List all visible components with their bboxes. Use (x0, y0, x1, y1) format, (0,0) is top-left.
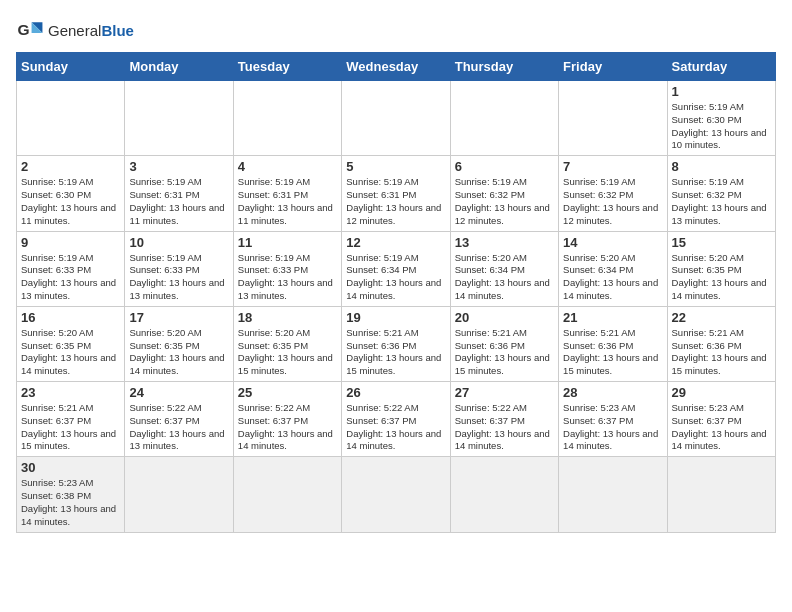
day-header-friday: Friday (559, 53, 667, 81)
day-number: 5 (346, 159, 445, 174)
day-info: Sunrise: 5:22 AM Sunset: 6:37 PM Dayligh… (129, 402, 228, 453)
day-number: 23 (21, 385, 120, 400)
day-number: 30 (21, 460, 120, 475)
day-number: 1 (672, 84, 771, 99)
day-number: 10 (129, 235, 228, 250)
calendar-cell (667, 457, 775, 532)
calendar-cell: 4Sunrise: 5:19 AM Sunset: 6:31 PM Daylig… (233, 156, 341, 231)
calendar-cell: 16Sunrise: 5:20 AM Sunset: 6:35 PM Dayli… (17, 306, 125, 381)
week-row-6: 30Sunrise: 5:23 AM Sunset: 6:38 PM Dayli… (17, 457, 776, 532)
day-header-thursday: Thursday (450, 53, 558, 81)
day-info: Sunrise: 5:22 AM Sunset: 6:37 PM Dayligh… (346, 402, 445, 453)
day-number: 17 (129, 310, 228, 325)
logo: G GeneralBlue (16, 16, 134, 44)
calendar-cell (342, 81, 450, 156)
day-info: Sunrise: 5:20 AM Sunset: 6:34 PM Dayligh… (563, 252, 662, 303)
day-info: Sunrise: 5:19 AM Sunset: 6:32 PM Dayligh… (563, 176, 662, 227)
day-number: 24 (129, 385, 228, 400)
calendar-cell: 8Sunrise: 5:19 AM Sunset: 6:32 PM Daylig… (667, 156, 775, 231)
day-info: Sunrise: 5:19 AM Sunset: 6:34 PM Dayligh… (346, 252, 445, 303)
calendar-cell: 10Sunrise: 5:19 AM Sunset: 6:33 PM Dayli… (125, 231, 233, 306)
day-number: 2 (21, 159, 120, 174)
calendar-cell: 28Sunrise: 5:23 AM Sunset: 6:37 PM Dayli… (559, 382, 667, 457)
day-number: 7 (563, 159, 662, 174)
day-headers-row: SundayMondayTuesdayWednesdayThursdayFrid… (17, 53, 776, 81)
calendar-cell (450, 457, 558, 532)
calendar-cell: 23Sunrise: 5:21 AM Sunset: 6:37 PM Dayli… (17, 382, 125, 457)
calendar-cell: 6Sunrise: 5:19 AM Sunset: 6:32 PM Daylig… (450, 156, 558, 231)
day-number: 27 (455, 385, 554, 400)
day-header-wednesday: Wednesday (342, 53, 450, 81)
calendar-cell: 27Sunrise: 5:22 AM Sunset: 6:37 PM Dayli… (450, 382, 558, 457)
day-info: Sunrise: 5:22 AM Sunset: 6:37 PM Dayligh… (238, 402, 337, 453)
calendar-cell: 21Sunrise: 5:21 AM Sunset: 6:36 PM Dayli… (559, 306, 667, 381)
day-info: Sunrise: 5:20 AM Sunset: 6:34 PM Dayligh… (455, 252, 554, 303)
day-info: Sunrise: 5:19 AM Sunset: 6:30 PM Dayligh… (21, 176, 120, 227)
calendar-cell: 18Sunrise: 5:20 AM Sunset: 6:35 PM Dayli… (233, 306, 341, 381)
day-info: Sunrise: 5:23 AM Sunset: 6:37 PM Dayligh… (563, 402, 662, 453)
calendar-cell (233, 457, 341, 532)
day-info: Sunrise: 5:20 AM Sunset: 6:35 PM Dayligh… (672, 252, 771, 303)
calendar-cell: 22Sunrise: 5:21 AM Sunset: 6:36 PM Dayli… (667, 306, 775, 381)
day-number: 11 (238, 235, 337, 250)
calendar-cell: 3Sunrise: 5:19 AM Sunset: 6:31 PM Daylig… (125, 156, 233, 231)
calendar-table: SundayMondayTuesdayWednesdayThursdayFrid… (16, 52, 776, 533)
day-header-sunday: Sunday (17, 53, 125, 81)
day-info: Sunrise: 5:19 AM Sunset: 6:31 PM Dayligh… (346, 176, 445, 227)
day-info: Sunrise: 5:23 AM Sunset: 6:37 PM Dayligh… (672, 402, 771, 453)
day-number: 3 (129, 159, 228, 174)
calendar-cell: 9Sunrise: 5:19 AM Sunset: 6:33 PM Daylig… (17, 231, 125, 306)
calendar-cell: 12Sunrise: 5:19 AM Sunset: 6:34 PM Dayli… (342, 231, 450, 306)
day-number: 18 (238, 310, 337, 325)
calendar-cell: 7Sunrise: 5:19 AM Sunset: 6:32 PM Daylig… (559, 156, 667, 231)
calendar-cell: 24Sunrise: 5:22 AM Sunset: 6:37 PM Dayli… (125, 382, 233, 457)
day-header-saturday: Saturday (667, 53, 775, 81)
day-info: Sunrise: 5:21 AM Sunset: 6:36 PM Dayligh… (563, 327, 662, 378)
calendar-cell (559, 81, 667, 156)
day-info: Sunrise: 5:21 AM Sunset: 6:36 PM Dayligh… (346, 327, 445, 378)
day-info: Sunrise: 5:19 AM Sunset: 6:32 PM Dayligh… (672, 176, 771, 227)
calendar-cell (17, 81, 125, 156)
day-number: 6 (455, 159, 554, 174)
week-row-1: 1Sunrise: 5:19 AM Sunset: 6:30 PM Daylig… (17, 81, 776, 156)
day-info: Sunrise: 5:21 AM Sunset: 6:36 PM Dayligh… (672, 327, 771, 378)
calendar-cell: 20Sunrise: 5:21 AM Sunset: 6:36 PM Dayli… (450, 306, 558, 381)
day-number: 15 (672, 235, 771, 250)
calendar-cell: 2Sunrise: 5:19 AM Sunset: 6:30 PM Daylig… (17, 156, 125, 231)
calendar-cell (342, 457, 450, 532)
calendar-cell: 25Sunrise: 5:22 AM Sunset: 6:37 PM Dayli… (233, 382, 341, 457)
day-info: Sunrise: 5:19 AM Sunset: 6:33 PM Dayligh… (21, 252, 120, 303)
day-number: 22 (672, 310, 771, 325)
week-row-5: 23Sunrise: 5:21 AM Sunset: 6:37 PM Dayli… (17, 382, 776, 457)
calendar-cell: 17Sunrise: 5:20 AM Sunset: 6:35 PM Dayli… (125, 306, 233, 381)
calendar-cell (559, 457, 667, 532)
day-number: 26 (346, 385, 445, 400)
page-header: G GeneralBlue (16, 16, 776, 44)
calendar-cell: 5Sunrise: 5:19 AM Sunset: 6:31 PM Daylig… (342, 156, 450, 231)
week-row-2: 2Sunrise: 5:19 AM Sunset: 6:30 PM Daylig… (17, 156, 776, 231)
day-info: Sunrise: 5:19 AM Sunset: 6:33 PM Dayligh… (238, 252, 337, 303)
calendar-cell: 14Sunrise: 5:20 AM Sunset: 6:34 PM Dayli… (559, 231, 667, 306)
day-number: 29 (672, 385, 771, 400)
day-number: 28 (563, 385, 662, 400)
day-info: Sunrise: 5:19 AM Sunset: 6:31 PM Dayligh… (238, 176, 337, 227)
logo-text: GeneralBlue (48, 22, 134, 39)
day-info: Sunrise: 5:23 AM Sunset: 6:38 PM Dayligh… (21, 477, 120, 528)
day-number: 20 (455, 310, 554, 325)
day-number: 25 (238, 385, 337, 400)
calendar-cell: 30Sunrise: 5:23 AM Sunset: 6:38 PM Dayli… (17, 457, 125, 532)
day-header-monday: Monday (125, 53, 233, 81)
day-info: Sunrise: 5:20 AM Sunset: 6:35 PM Dayligh… (238, 327, 337, 378)
day-info: Sunrise: 5:22 AM Sunset: 6:37 PM Dayligh… (455, 402, 554, 453)
week-row-4: 16Sunrise: 5:20 AM Sunset: 6:35 PM Dayli… (17, 306, 776, 381)
day-number: 16 (21, 310, 120, 325)
day-info: Sunrise: 5:19 AM Sunset: 6:30 PM Dayligh… (672, 101, 771, 152)
week-row-3: 9Sunrise: 5:19 AM Sunset: 6:33 PM Daylig… (17, 231, 776, 306)
day-number: 8 (672, 159, 771, 174)
day-number: 21 (563, 310, 662, 325)
calendar-cell: 29Sunrise: 5:23 AM Sunset: 6:37 PM Dayli… (667, 382, 775, 457)
day-info: Sunrise: 5:21 AM Sunset: 6:36 PM Dayligh… (455, 327, 554, 378)
calendar-cell: 26Sunrise: 5:22 AM Sunset: 6:37 PM Dayli… (342, 382, 450, 457)
day-number: 9 (21, 235, 120, 250)
calendar-cell (125, 81, 233, 156)
